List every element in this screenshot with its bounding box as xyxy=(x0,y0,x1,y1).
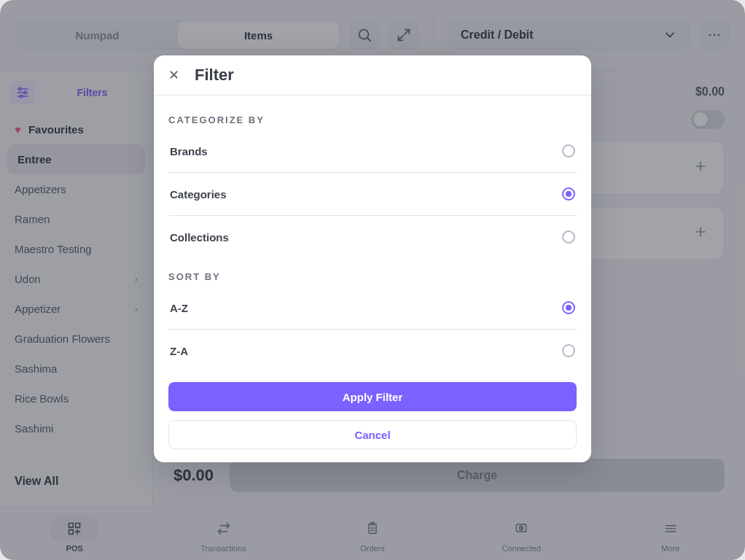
cancel-button[interactable]: Cancel xyxy=(168,420,577,449)
filter-option-categories[interactable]: Categories xyxy=(168,173,577,216)
filter-modal-footer: Apply Filter Cancel xyxy=(154,376,591,462)
apply-filter-button[interactable]: Apply Filter xyxy=(168,382,577,411)
filter-option-label: Categories xyxy=(170,188,227,201)
filter-modal-body: Categorize ByBrandsCategoriesCollections… xyxy=(154,96,591,376)
filter-section-title: Categorize By xyxy=(168,114,577,125)
filter-option-label: Z-A xyxy=(170,345,188,357)
filter-modal-title: Filter xyxy=(195,66,234,85)
radio-icon xyxy=(562,230,575,244)
radio-icon xyxy=(562,187,575,201)
filter-option-z-a[interactable]: Z-A xyxy=(168,330,577,372)
app-window: Numpad Items Credit / Debit Filters xyxy=(0,0,745,560)
filter-modal: ✕ Filter Categorize ByBrandsCategoriesCo… xyxy=(154,55,591,462)
close-icon[interactable]: ✕ xyxy=(165,67,182,83)
filter-option-brands[interactable]: Brands xyxy=(168,130,577,173)
filter-option-a-z[interactable]: A-Z xyxy=(168,287,577,330)
radio-icon xyxy=(562,144,575,158)
filter-modal-header: ✕ Filter xyxy=(154,55,591,96)
filter-option-label: Brands xyxy=(170,145,208,158)
filter-option-collections[interactable]: Collections xyxy=(168,216,577,258)
radio-icon xyxy=(562,301,575,314)
filter-section-title: Sort By xyxy=(168,271,577,282)
filter-option-label: Collections xyxy=(170,231,229,244)
radio-icon xyxy=(562,344,575,357)
filter-option-label: A-Z xyxy=(170,302,188,314)
